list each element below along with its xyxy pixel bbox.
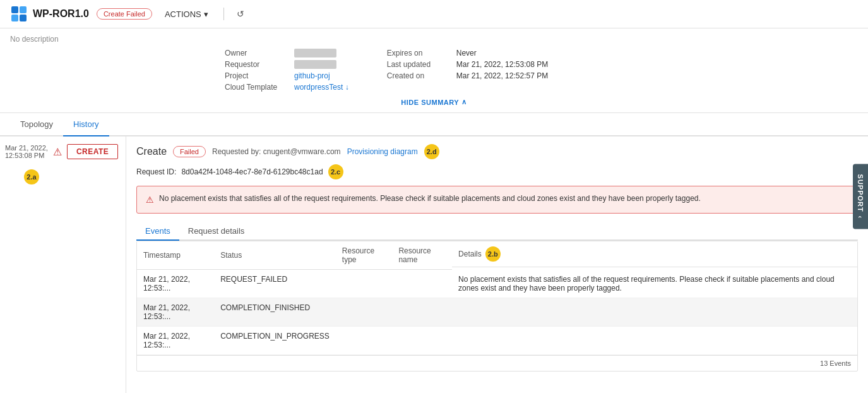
- cell-status: REQUEST_FAILED: [214, 270, 336, 298]
- events-table: Timestamp Status Resource type Resource …: [137, 241, 857, 355]
- request-id-row: Request ID: 8d0a42f4-1048-4ec7-8e7d-6129…: [136, 164, 858, 179]
- no-description-label: No description: [10, 35, 858, 44]
- failed-badge: Failed: [173, 146, 206, 157]
- support-label: SUPPORT: [857, 174, 864, 212]
- annotation-2d: 2.d: [424, 144, 439, 159]
- app-title: WP-ROR1.0: [33, 8, 89, 20]
- sub-tab-events[interactable]: Events: [136, 222, 179, 241]
- tab-history[interactable]: History: [63, 113, 109, 136]
- request-id-label: Request ID:: [136, 167, 176, 176]
- svg-rect-0: [11, 6, 18, 13]
- hide-summary-button[interactable]: HIDE SUMMARY ∧: [10, 94, 858, 110]
- cell-timestamp: Mar 21, 2022, 12:53:...: [137, 298, 214, 327]
- events-table-scroll[interactable]: Timestamp Status Resource type Resource …: [137, 241, 857, 355]
- cell-details: No placement exists that satisfies all o…: [452, 270, 857, 298]
- svg-rect-1: [20, 6, 27, 13]
- events-count: 13 Events: [137, 355, 857, 371]
- summary-col-left: Owner Requestor Project github-proj Clou…: [225, 49, 349, 92]
- requestor-row: Requestor: [225, 60, 349, 69]
- owner-label: Owner: [225, 49, 288, 57]
- col-status: Status: [214, 241, 336, 270]
- tab-topology[interactable]: Topology: [10, 113, 63, 136]
- cloud-template-label: Cloud Template: [225, 83, 288, 92]
- cloud-template-link[interactable]: wordpressTest ↓: [294, 83, 349, 92]
- col-resource-name: Resource name: [392, 241, 452, 270]
- created-on-value: Mar 21, 2022, 12:52:57 PM: [456, 71, 548, 80]
- table-row: Mar 21, 2022, 12:53:...COMPLETION_FINISH…: [137, 298, 857, 327]
- error-message-text: No placement exists that satisfies all o…: [159, 193, 701, 204]
- request-id-value: 8d0a42f4-1048-4ec7-8e7d-6129bc48c1ad: [181, 167, 323, 176]
- cell-status: COMPLETION_IN_PROGRESS: [214, 327, 336, 355]
- requestor-label: Requestor: [225, 60, 288, 69]
- cell-resource_name: [392, 270, 452, 298]
- owner-row: Owner: [225, 49, 349, 57]
- cell-timestamp: Mar 21, 2022, 12:53:...: [137, 327, 214, 355]
- timeline-date: Mar 21, 2022, 12:53:08 PM: [5, 144, 48, 159]
- cell-details: [452, 298, 857, 327]
- cell-timestamp: Mar 21, 2022, 12:53:...: [137, 270, 214, 298]
- cell-resource_type: [336, 270, 393, 298]
- cell-resource_name: [392, 298, 452, 327]
- project-row: Project github-proj: [225, 71, 349, 80]
- cloud-template-row: Cloud Template wordpressTest ↓: [225, 83, 349, 92]
- expires-value: Never: [456, 49, 477, 57]
- summary-area: No description Owner Requestor Project g…: [0, 28, 868, 113]
- cell-resource_name: [392, 327, 452, 355]
- create-title-label: Create: [136, 146, 167, 157]
- requested-by-label: Requested by: cnugent@vmware.com: [212, 147, 341, 156]
- error-circle-icon: ⚠: [53, 146, 62, 158]
- last-updated-row: Last updated Mar 21, 2022, 12:53:08 PM: [387, 60, 548, 69]
- requestor-value: [294, 60, 336, 69]
- refresh-button[interactable]: ↺: [234, 6, 247, 21]
- download-icon: ↓: [345, 83, 349, 92]
- summary-grid: Owner Requestor Project github-proj Clou…: [225, 49, 858, 92]
- main-content: Mar 21, 2022, 12:53:08 PM ⚠ CREATE 2.a C…: [0, 136, 868, 393]
- project-link[interactable]: github-proj: [294, 71, 330, 80]
- annotation-2a: 2.a: [24, 169, 39, 184]
- expires-row: Expires on Never: [387, 49, 548, 57]
- table-row: Mar 21, 2022, 12:53:...REQUEST_FAILEDNo …: [137, 270, 857, 298]
- last-updated-value: Mar 21, 2022, 12:53:08 PM: [456, 60, 548, 69]
- created-on-label: Created on: [387, 71, 450, 80]
- table-header-row: Timestamp Status Resource type Resource …: [137, 241, 857, 270]
- cell-details: [452, 327, 857, 355]
- timeline-entry: Mar 21, 2022, 12:53:08 PM ⚠ CREATE: [5, 144, 121, 159]
- create-button[interactable]: CREATE: [67, 144, 118, 159]
- expires-label: Expires on: [387, 49, 450, 57]
- cell-status: COMPLETION_FINISHED: [214, 298, 336, 327]
- table-row: Mar 21, 2022, 12:53:...COMPLETION_IN_PRO…: [137, 327, 857, 355]
- error-message-box: ⚠ No placement exists that satisfies all…: [136, 186, 858, 214]
- chevron-up-icon: ∧: [461, 98, 467, 106]
- chevron-down-icon: ▾: [204, 9, 208, 19]
- divider: [223, 8, 224, 20]
- col-timestamp: Timestamp: [137, 241, 214, 270]
- cell-resource_type: [336, 298, 393, 327]
- logo-area: WP-ROR1.0: [10, 5, 89, 23]
- cell-resource_type: [336, 327, 393, 355]
- last-updated-label: Last updated: [387, 60, 450, 69]
- error-info-icon: ⚠: [146, 193, 154, 207]
- actions-button[interactable]: ACTIONS ▾: [160, 7, 213, 21]
- provisioning-diagram-link[interactable]: Provisioning diagram: [347, 147, 418, 156]
- col-details: Details 2.b: [452, 241, 857, 267]
- col-resource-type: Resource type: [336, 241, 393, 270]
- annotation-2b: 2.b: [485, 246, 501, 262]
- created-on-row: Created on Mar 21, 2022, 12:52:57 PM: [387, 71, 548, 80]
- sub-tab-request-details[interactable]: Request details: [179, 222, 254, 241]
- project-label: Project: [225, 71, 288, 80]
- svg-rect-2: [11, 15, 18, 21]
- right-content: Create Failed Requested by: cnugent@vmwa…: [126, 136, 868, 393]
- top-header: WP-ROR1.0 Create Failed ACTIONS ▾ ↺: [0, 0, 868, 28]
- timeline-sidebar: Mar 21, 2022, 12:53:08 PM ⚠ CREATE 2.a: [0, 136, 126, 393]
- events-table-container: Timestamp Status Resource type Resource …: [136, 241, 858, 372]
- annotation-2c: 2.c: [328, 164, 343, 179]
- owner-value: [294, 49, 336, 57]
- summary-col-right: Expires on Never Last updated Mar 21, 20…: [387, 49, 548, 92]
- status-badge: Create Failed: [97, 8, 152, 20]
- sub-tabs: Events Request details: [136, 222, 858, 241]
- chevron-icon: ‹: [857, 216, 864, 219]
- support-tab[interactable]: SUPPORT ‹: [853, 164, 868, 229]
- svg-rect-3: [20, 15, 27, 21]
- app-logo-icon: [10, 5, 28, 23]
- tabs-bar: Topology History: [0, 113, 868, 136]
